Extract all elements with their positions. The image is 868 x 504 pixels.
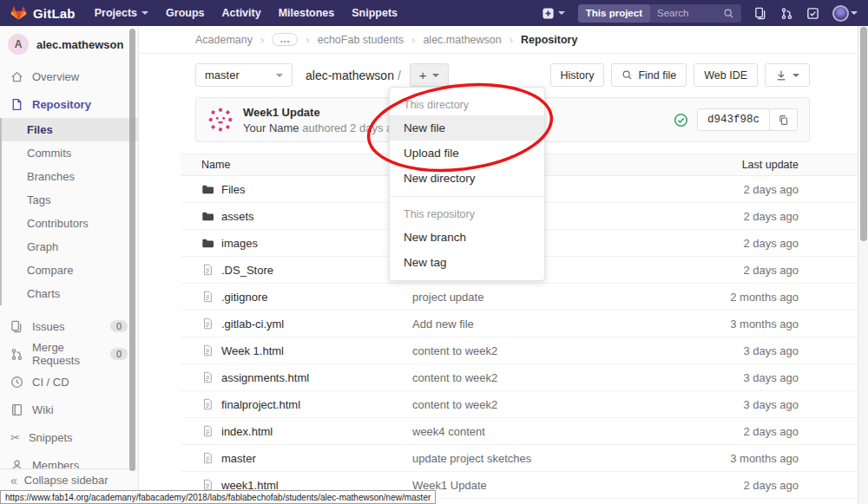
todos-shortcut-button[interactable] bbox=[806, 7, 819, 20]
sidebar-item-contributors[interactable]: Contributors bbox=[2, 212, 138, 235]
collapse-sidebar-button[interactable]: « Collapse sidebar bbox=[0, 468, 138, 491]
sidebar-item-branches[interactable]: Branches bbox=[2, 165, 138, 188]
nav-link-snippets[interactable]: Snippets bbox=[352, 7, 398, 19]
nav-link-groups[interactable]: Groups bbox=[166, 7, 204, 19]
commit-message-link[interactable]: Week1 Update bbox=[412, 479, 743, 492]
file-link[interactable]: .gitignore bbox=[181, 291, 412, 304]
file-link[interactable]: assets bbox=[181, 210, 412, 223]
menu-item-new-directory[interactable]: New directory bbox=[390, 166, 544, 191]
commit-message-link[interactable]: update project sketches bbox=[412, 452, 730, 465]
commit-meta: Your Name authored 2 days ago bbox=[243, 121, 405, 134]
breadcrumb-alec-mathewson[interactable]: alec.mathewson bbox=[423, 34, 501, 46]
web-ide-button[interactable]: Web IDE bbox=[694, 63, 758, 87]
table-row: index.html week4 content 2 days ago bbox=[181, 418, 858, 445]
search-scope-badge[interactable]: This project bbox=[578, 4, 650, 23]
file-icon bbox=[201, 264, 214, 276]
menu-item-new-tag[interactable]: New tag bbox=[390, 250, 544, 275]
nav-link-milestones[interactable]: Milestones bbox=[279, 7, 335, 19]
plus-square-icon bbox=[542, 7, 555, 20]
scrollbar-thumb[interactable] bbox=[860, 27, 867, 241]
sidebar-scrollbar[interactable] bbox=[129, 29, 135, 471]
sidebar-item-charts[interactable]: Charts bbox=[2, 282, 138, 305]
file-link[interactable]: Files bbox=[181, 183, 412, 196]
sidebar-item-graph[interactable]: Graph bbox=[2, 235, 138, 259]
sidebar-item-wiki[interactable]: Wiki bbox=[0, 396, 138, 423]
file-link[interactable]: Week 1.html bbox=[181, 344, 412, 357]
sidebar-item-repository[interactable]: Repository bbox=[0, 90, 138, 118]
merge-requests-shortcut-button[interactable] bbox=[780, 7, 793, 20]
breadcrumb-repository: Repository bbox=[521, 34, 577, 46]
history-button[interactable]: History bbox=[550, 63, 605, 87]
commit-message-link[interactable]: content to week2 bbox=[412, 344, 743, 357]
sidebar-item-files[interactable]: Files bbox=[2, 118, 138, 141]
gitlab-logo[interactable]: GitLab bbox=[10, 5, 76, 21]
sidebar-item-snippets[interactable]: ✂ Snippets bbox=[0, 423, 138, 451]
page-scrollbar[interactable] bbox=[858, 26, 868, 504]
menu-item-new-branch[interactable]: New branch bbox=[390, 225, 544, 250]
commit-sha-group: d943f98c bbox=[697, 108, 798, 131]
download-icon bbox=[775, 69, 787, 82]
commit-author-link[interactable]: Your Name bbox=[243, 121, 299, 134]
home-icon bbox=[10, 70, 23, 83]
issues-shortcut-button[interactable] bbox=[754, 7, 767, 20]
issues-count-badge: 0 bbox=[110, 320, 128, 332]
new-menu-button[interactable] bbox=[542, 7, 565, 20]
repository-submenu: Files Commits Branches Tags Contributors… bbox=[0, 118, 138, 305]
sidebar-item-merge-requests[interactable]: Merge Requests 0 bbox=[0, 340, 138, 368]
file-link[interactable]: master bbox=[181, 452, 412, 465]
sidebar-item-tags[interactable]: Tags bbox=[2, 188, 138, 212]
add-to-repo-button[interactable]: + bbox=[410, 63, 449, 87]
sidebar-item-cicd[interactable]: CI / CD bbox=[0, 368, 138, 396]
menu-item-new-file[interactable]: New file bbox=[390, 115, 544, 141]
commit-message-link[interactable]: project update bbox=[412, 291, 730, 304]
file-link[interactable]: images bbox=[181, 237, 412, 250]
search-bar[interactable]: This project Search bbox=[578, 4, 741, 23]
file-link[interactable]: assignments.html bbox=[181, 371, 412, 384]
nav-link-projects[interactable]: Projects bbox=[95, 7, 148, 19]
breadcrumb-academany[interactable]: Academany bbox=[195, 34, 253, 46]
file-icon bbox=[201, 452, 214, 464]
last-update-time: 2 days ago bbox=[743, 479, 858, 492]
commit-message-link[interactable]: week4 content bbox=[412, 425, 743, 438]
repo-toolbar: master alec-mathewson/ + History Find fi… bbox=[195, 63, 810, 87]
search-icon bbox=[621, 69, 633, 81]
project-header[interactable]: A alec.mathewson bbox=[0, 26, 138, 62]
sidebar-item-compare[interactable]: Compare bbox=[2, 259, 138, 282]
commit-message-link[interactable]: Add new file bbox=[412, 317, 730, 331]
user-menu[interactable] bbox=[832, 5, 858, 22]
sidebar-item-commits[interactable]: Commits bbox=[2, 141, 138, 165]
table-row: .gitignore project update 2 months ago bbox=[181, 284, 858, 311]
breadcrumb: Academany › … › echoFab students › alec.… bbox=[139, 26, 858, 54]
copy-sha-button[interactable] bbox=[769, 109, 797, 130]
branch-selector[interactable]: master bbox=[195, 63, 293, 87]
file-link[interactable]: .DS_Store bbox=[181, 264, 412, 277]
navbar-links: Projects Groups Activity Milestones Snip… bbox=[95, 7, 398, 19]
pipeline-passed-icon[interactable] bbox=[674, 113, 688, 128]
file-link[interactable]: .gitlab-ci.yml bbox=[181, 317, 412, 331]
sidebar-item-overview[interactable]: Overview bbox=[0, 62, 138, 90]
commit-message-link[interactable]: content to week2 bbox=[412, 398, 743, 411]
document-icon bbox=[10, 98, 23, 111]
download-button[interactable] bbox=[765, 63, 810, 87]
file-icon bbox=[201, 425, 214, 437]
breadcrumb-ellipsis-button[interactable]: … bbox=[272, 33, 298, 46]
search-input[interactable]: Search bbox=[650, 8, 741, 19]
find-file-button[interactable]: Find file bbox=[611, 63, 687, 87]
breadcrumb-echofab-students[interactable]: echoFab students bbox=[318, 34, 404, 46]
table-row: Week 1.html content to week2 3 days ago bbox=[181, 337, 858, 364]
repo-path-name[interactable]: alec-mathewson bbox=[306, 69, 394, 82]
commit-message-link[interactable]: content to week2 bbox=[412, 371, 743, 384]
nav-link-activity[interactable]: Activity bbox=[222, 7, 261, 19]
last-update-time: 2 days ago bbox=[743, 264, 858, 277]
merge-request-icon bbox=[10, 348, 23, 361]
snippets-icon: ✂ bbox=[10, 431, 20, 444]
menu-item-upload-file[interactable]: Upload file bbox=[390, 141, 544, 166]
ci-cd-icon bbox=[10, 376, 23, 389]
file-link[interactable]: index.html bbox=[181, 425, 412, 438]
sidebar-item-issues[interactable]: Issues 0 bbox=[0, 312, 138, 340]
folder-icon bbox=[201, 210, 214, 222]
breadcrumb-separator: › bbox=[306, 33, 309, 46]
commit-title-link[interactable]: Week1 Update bbox=[243, 106, 405, 119]
last-update-time: 3 days ago bbox=[743, 398, 858, 411]
file-link[interactable]: finalproject.html bbox=[181, 398, 412, 411]
